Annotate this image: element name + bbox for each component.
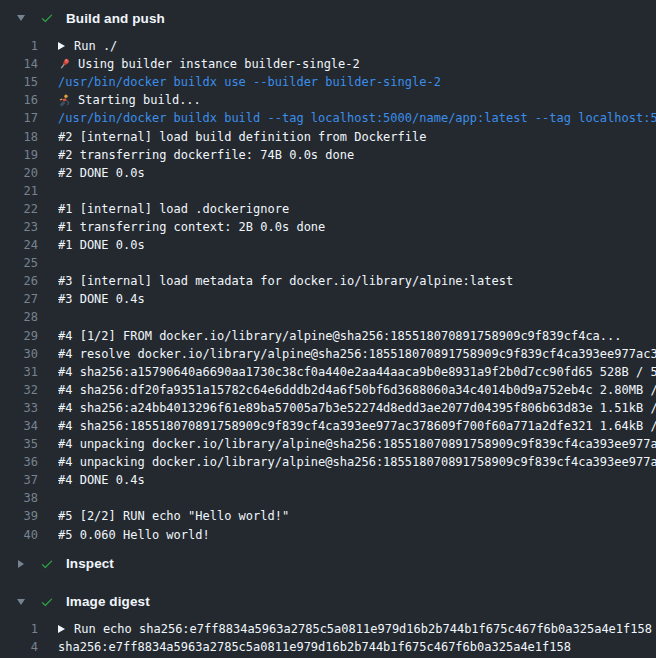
chevron-down-icon[interactable] [14,15,28,21]
log-text: #4 [1/2] FROM docker.io/library/alpine@s… [58,329,656,343]
log-line: 19#2 transferring dockerfile: 74B 0.0s d… [0,146,656,164]
line-number[interactable]: 1 [0,622,38,636]
log-text: #4 DONE 0.4s [58,473,656,487]
log-lines-image-digest: 1Run echo sha256:e7ff8834a5963a2785c5a08… [0,620,656,656]
line-number[interactable]: 25 [0,256,38,270]
run-expand-arrow-icon[interactable] [58,625,65,633]
group-header-inspect[interactable]: Inspect [0,552,656,576]
log-text-content: #5 [2/2] RUN echo "Hello world!" [58,509,289,523]
log-text-content: #4 sha256:df20fa9351a15782c64e6dddb2d4a6… [58,383,656,397]
line-number[interactable]: 4 [0,640,38,654]
log-text: #3 [internal] load metadata for docker.i… [58,274,656,288]
line-number[interactable]: 17 [0,111,38,125]
line-number[interactable]: 22 [0,202,38,216]
log-line: 21 [0,182,656,200]
group-header-build-and-push[interactable]: Build and push [0,6,656,30]
line-number[interactable]: 23 [0,220,38,234]
line-number[interactable]: 18 [0,130,38,144]
log-text-content: /usr/bin/docker buildx build --tag local… [58,111,656,125]
log-text: #4 sha256:a24bb4013296f61e89ba57005a7b3e… [58,401,656,415]
log-line: 22#1 [internal] load .dockerignore [0,200,656,218]
chevron-right-icon[interactable] [14,560,28,568]
log-text: #4 resolve docker.io/library/alpine@sha2… [58,347,656,361]
line-number[interactable]: 35 [0,437,38,451]
line-number[interactable]: 37 [0,473,38,487]
pushpin-icon [58,58,71,71]
log-line: 1Run ./ [0,37,656,55]
line-number[interactable]: 28 [0,310,38,324]
line-number[interactable]: 16 [0,93,38,107]
log-text-content: #3 DONE 0.4s [58,292,145,306]
log-line: 39#5 [2/2] RUN echo "Hello world!" [0,507,656,525]
log-line: 4sha256:e7ff8834a5963a2785c5a0811e979d16… [0,638,656,656]
log-text: #4 sha256:a15790640a6690aa1730c38cf0a440… [58,365,656,379]
log-line: 36#4 unpacking docker.io/library/alpine@… [0,453,656,471]
log-text: #5 0.060 Hello world! [58,528,656,542]
log-text-content: #4 resolve docker.io/library/alpine@sha2… [58,347,656,361]
log-text: Run echo sha256:e7ff8834a5963a2785c5a081… [58,622,656,636]
line-number[interactable]: 40 [0,528,38,542]
log-text: #5 [2/2] RUN echo "Hello world!" [58,509,656,523]
line-number[interactable]: 26 [0,274,38,288]
log-text-content: #2 [internal] load build definition from… [58,130,426,144]
log-text-content: #4 DONE 0.4s [58,473,145,487]
log-line: 23#1 transferring context: 2B 0.0s done [0,218,656,236]
line-number[interactable]: 14 [0,57,38,71]
log-text: sha256:e7ff8834a5963a2785c5a0811e979d16b… [58,640,656,654]
log-text: Run ./ [58,39,656,53]
line-number[interactable]: 31 [0,365,38,379]
log-text-content: #4 sha256:185518070891758909c9f839cf4ca3… [58,419,656,433]
run-expand-arrow-icon[interactable] [58,42,65,50]
log-text: #4 sha256:185518070891758909c9f839cf4ca3… [58,419,656,433]
line-number[interactable]: 32 [0,383,38,397]
log-text-content: #4 [1/2] FROM docker.io/library/alpine@s… [58,329,622,343]
line-number[interactable]: 36 [0,455,38,469]
line-number[interactable]: 34 [0,419,38,433]
log-line: 28 [0,308,656,326]
line-number[interactable]: 1 [0,39,38,53]
log-text: #2 [internal] load build definition from… [58,130,656,144]
log-text-content: #1 transferring context: 2B 0.0s done [58,220,325,234]
line-number[interactable]: 29 [0,329,38,343]
line-number[interactable]: 20 [0,166,38,180]
log-line: 35#4 unpacking docker.io/library/alpine@… [0,435,656,453]
line-number[interactable]: 21 [0,184,38,198]
log-line: 25 [0,254,656,272]
log-line: 30#4 resolve docker.io/library/alpine@sh… [0,345,656,363]
log-lines-build-and-push: 1Run ./14Using builder instance builder-… [0,37,656,544]
log-text: #4 unpacking docker.io/library/alpine@sh… [58,455,656,469]
check-success-icon [40,11,54,25]
log-text-content: #3 [internal] load metadata for docker.i… [58,274,513,288]
log-command-text: /usr/bin/docker buildx build --tag local… [58,111,656,125]
log-line: 31#4 sha256:a15790640a6690aa1730c38cf0a4… [0,363,656,381]
chevron-down-icon[interactable] [14,599,28,605]
group-header-image-digest[interactable]: Image digest [0,590,656,614]
line-number[interactable]: 30 [0,347,38,361]
line-number[interactable]: 38 [0,491,38,505]
log-text-content: #4 sha256:a24bb4013296f61e89ba57005a7b3e… [58,401,656,415]
line-number[interactable]: 39 [0,509,38,523]
log-viewer: Build and push 1Run ./14Using builder in… [0,0,656,656]
log-text-content: #4 unpacking docker.io/library/alpine@sh… [58,455,656,469]
log-text: #4 sha256:df20fa9351a15782c64e6dddb2d4a6… [58,383,656,397]
log-text: Starting build... [58,93,656,107]
runner-icon [58,94,71,107]
line-number[interactable]: 27 [0,292,38,306]
log-line: 27#3 DONE 0.4s [0,290,656,308]
log-text-content: #4 unpacking docker.io/library/alpine@sh… [58,437,656,451]
line-number[interactable]: 19 [0,148,38,162]
check-success-icon [40,595,54,609]
log-line: 16Starting build... [0,91,656,109]
actions-log-viewer: { "colors": { "background": "#24292f", "… [0,0,656,658]
log-text-content: #2 transferring dockerfile: 74B 0.0s don… [58,148,354,162]
log-text: #3 DONE 0.4s [58,292,656,306]
log-text-content: #5 0.060 Hello world! [58,528,210,542]
log-line: 40#5 0.060 Hello world! [0,526,656,544]
log-text-content: Starting build... [78,93,201,107]
log-text: #1 transferring context: 2B 0.0s done [58,220,656,234]
line-number[interactable]: 24 [0,238,38,252]
log-text-content: #1 DONE 0.0s [58,238,145,252]
line-number[interactable]: 33 [0,401,38,415]
log-line: 20#2 DONE 0.0s [0,164,656,182]
line-number[interactable]: 15 [0,75,38,89]
